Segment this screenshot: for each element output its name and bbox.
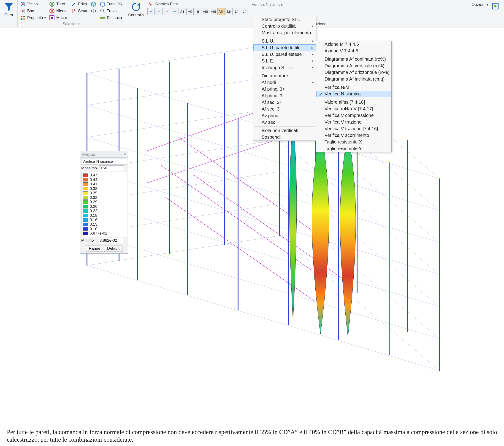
- menu-item-af-sec-3m[interactable]: Af sec. 3-: [253, 106, 316, 112]
- search-icon: [100, 8, 106, 14]
- opzioni-button[interactable]: Opzioni ▾: [471, 2, 488, 7]
- design-chip-7[interactable]: L▮: [225, 8, 233, 15]
- menu-item-controllo-duttilita[interactable]: Controllo duttilità: [253, 23, 316, 30]
- svg-rect-17: [100, 18, 105, 19]
- submenu-item-verifica-v-scorr[interactable]: Verifica V scorrimento: [316, 132, 391, 139]
- cube-button[interactable]: [90, 1, 97, 7]
- submenu-item-azione-v[interactable]: Azione V 7.4.4.5: [316, 48, 391, 54]
- submenu-item-azione-m[interactable]: Azione M 7.4.4.5: [316, 41, 391, 48]
- model-viewport-3d[interactable]: [0, 27, 504, 416]
- sismica-esist-button[interactable]: Sismica Esist.: [147, 1, 248, 7]
- menu-item-af-princ-3p[interactable]: Af princ. 3+: [253, 86, 316, 92]
- design-chip-6[interactable]: A▥: [217, 8, 225, 15]
- legend-value: 0.26: [90, 204, 97, 209]
- nav-next-button[interactable]: →: [163, 8, 170, 15]
- ribbon-toolbar: Filtra Vicino Box Proprietà ▾: [0, 0, 504, 27]
- design-chip-2[interactable]: A▯: [186, 8, 194, 15]
- legend-row: 0.32: [82, 196, 126, 200]
- menu-item-slu-pareti-estese[interactable]: S.L.U. pareti estese: [253, 51, 316, 58]
- macro-button[interactable]: Macro: [49, 15, 68, 21]
- menu-item-af-nodi[interactable]: Af nodi: [253, 79, 316, 86]
- proprieta-button[interactable]: Proprietà ▾: [19, 15, 46, 21]
- design-chip-9[interactable]: L▯: [241, 8, 248, 15]
- filtra-button[interactable]: Filtra: [2, 1, 16, 18]
- controlla-button[interactable]: Controlla: [127, 1, 145, 18]
- default-button[interactable]: Default: [104, 246, 123, 251]
- model-wireframe-svg: [0, 27, 504, 416]
- menu-item-dir-armature[interactable]: Dir. armature: [253, 72, 316, 79]
- submenu-item-verifica-nm[interactable]: Verifica N/M: [316, 84, 391, 91]
- nav-prev-button[interactable]: ←: [155, 8, 162, 15]
- submenu-item-diag-af-conf[interactable]: Diagramma Af confinata (ro%): [316, 56, 391, 62]
- nav-first-button[interactable]: ⇤: [147, 8, 155, 15]
- mappa-close-button[interactable]: ×: [123, 152, 126, 157]
- legend-swatch: [83, 178, 88, 181]
- submenu-item-diag-af-oriz[interactable]: Diagramma Af orizzontale (ro%): [316, 69, 391, 76]
- submenu-item-verifica-v-traz[interactable]: Verifica V trazione: [316, 119, 391, 125]
- nav-last-button[interactable]: ⇥: [171, 8, 178, 15]
- tutto-on-button[interactable]: Tutto ON: [99, 1, 123, 7]
- edita-button[interactable]: Edita: [70, 1, 88, 7]
- vicino-button[interactable]: Vicino: [19, 1, 46, 7]
- legend-row: 0.10: [82, 227, 126, 231]
- svg-line-35: [279, 172, 439, 307]
- menu-item-mostra-ris[interactable]: Mostra ris. per elemento: [253, 30, 316, 36]
- minimo-input[interactable]: [99, 238, 124, 243]
- legend-value: 0.22: [90, 209, 97, 213]
- menu-item-av-princ[interactable]: Av princ.: [253, 112, 316, 119]
- menu-item-sospendi[interactable]: Sospendi: [253, 134, 316, 141]
- design-chip-4[interactable]: A▦: [202, 8, 209, 15]
- tutto-button[interactable]: Tutto: [49, 1, 68, 7]
- target-icon: [20, 1, 26, 7]
- eye-button[interactable]: [90, 8, 97, 14]
- menu-item-stato-progetto[interactable]: Stato progetto SLU: [253, 16, 316, 23]
- svg-line-27: [87, 169, 439, 275]
- tutto-label: Tutto: [56, 2, 65, 6]
- eye-icon: [90, 8, 96, 14]
- submenu-item-verifica-v-traz-7416[interactable]: Verifica V trazione [7.4.16]: [316, 125, 391, 132]
- legend-value: 0.44: [90, 178, 97, 182]
- menu-item-slu-pareti-duttili[interactable]: S.L.U. pareti duttili: [253, 44, 316, 51]
- controlla-label: Controlla: [128, 13, 144, 18]
- tutto-on-label: Tutto ON: [107, 2, 123, 6]
- proprieta-label: Proprietà: [27, 16, 43, 20]
- box-button[interactable]: Box: [19, 8, 46, 14]
- legend-row: 0.29: [82, 200, 126, 204]
- design-chip-5[interactable]: A▤: [210, 8, 217, 15]
- sismica-esist-label: Sismica Esist.: [155, 2, 180, 6]
- svg-line-38: [87, 43, 279, 73]
- menu-item-sle[interactable]: S.L.E.: [253, 58, 316, 64]
- options-gear-icon[interactable]: [491, 2, 499, 10]
- svg-rect-11: [51, 17, 53, 19]
- trova-button[interactable]: Trova: [99, 8, 123, 14]
- legend-swatch: [83, 182, 88, 186]
- menu-item-af-sec-3p[interactable]: Af sec. 3+: [253, 99, 316, 106]
- submenu-item-taglio-res-x[interactable]: Taglio resistente X: [316, 139, 391, 145]
- color-legend: 0.470.440.410.380.350.320.290.260.220.19…: [81, 172, 127, 237]
- submenu-item-verifica-n-sismica[interactable]: Verifica N sismica: [316, 91, 391, 97]
- legend-row: 0.19: [82, 213, 126, 218]
- menu-item-inviluppo[interactable]: Inviluppo S.L.U.: [253, 64, 316, 71]
- distanza-button[interactable]: Distanza: [99, 15, 123, 21]
- menu-item-af-princ-3m[interactable]: Af princ. 3-: [253, 92, 316, 99]
- menu-item-isola[interactable]: Isola non verificati: [253, 127, 316, 134]
- legend-swatch: [83, 232, 88, 235]
- submenu-item-diag-af-incl[interactable]: Diagramma Af inclinata (cmq): [316, 76, 391, 82]
- trova-label: Trova: [107, 9, 117, 13]
- submenu-item-verifica-roh[interactable]: Verifica roH/roV [7.4.17]: [316, 106, 391, 112]
- menu-item-slu[interactable]: S.L.U.: [253, 38, 316, 44]
- submenu-item-taglio-res-y[interactable]: Taglio resistente Y: [316, 145, 391, 152]
- submenu-item-diag-af-vert[interactable]: Diagramma Af verticale (ro%): [316, 62, 391, 69]
- design-chip-3[interactable]: ▦: [194, 8, 201, 15]
- mappa-panel: Mappa × Verifica N sismica Massimo 0.470…: [80, 151, 128, 253]
- setta-button[interactable]: Setta: [70, 8, 88, 14]
- submenu-item-valore-alfas[interactable]: Valore alfas [7.4.16]: [316, 99, 391, 106]
- range-button[interactable]: Range: [86, 246, 103, 251]
- submenu-item-verifica-v-comp[interactable]: Verifica V compressione: [316, 112, 391, 119]
- niente-button[interactable]: Niente: [49, 8, 68, 14]
- massimo-input[interactable]: [99, 165, 124, 171]
- design-chip-1[interactable]: A▮: [179, 8, 186, 15]
- design-chip-8[interactable]: L▯: [233, 8, 240, 15]
- menu-item-av-sec[interactable]: Av sec.: [253, 119, 316, 126]
- distanza-label: Distanza: [107, 16, 122, 20]
